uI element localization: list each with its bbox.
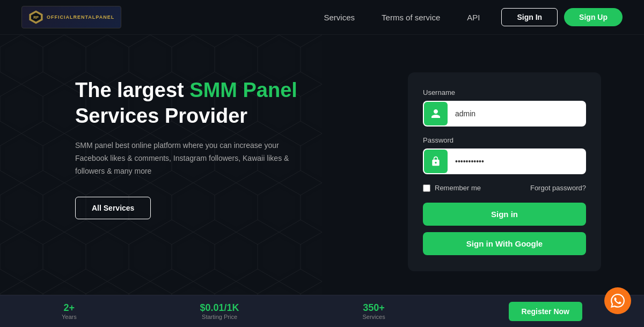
nav-buttons: Sign In Sign Up: [501, 8, 623, 26]
remember-label: Remember me: [435, 184, 481, 192]
nav-link-api[interactable]: API: [467, 13, 480, 22]
whatsapp-button[interactable]: [604, 287, 631, 314]
stat-bar: 2+ Years $0.01/1K Starting Price 350+ Se…: [0, 295, 644, 327]
stat-services-label: Services: [362, 314, 385, 320]
password-input-wrapper: [423, 148, 586, 174]
nav-link-terms[interactable]: Terms of service: [382, 13, 440, 22]
hero-subtitle: SMM panel best online platform where you…: [75, 139, 311, 177]
hero-title-highlight: SMM Panel: [189, 79, 297, 101]
stat-years: 2+ Years: [62, 302, 77, 320]
nav-links: Services Terms of service API: [324, 13, 480, 22]
logo-area: RP OFFICIALRENTALPANEL: [21, 6, 121, 28]
google-signin-button[interactable]: Sign in With Google: [423, 232, 586, 255]
logo-text: OFFICIALRENTALPANEL: [47, 14, 114, 20]
nav-link-services[interactable]: Services: [324, 13, 355, 22]
navbar: RP OFFICIALRENTALPANEL Services Terms of…: [0, 0, 644, 35]
hero-title-part2: Services Provider: [75, 105, 247, 127]
remember-checkbox[interactable]: [423, 184, 430, 192]
stat-years-label: Years: [62, 314, 77, 320]
stat-services-value: 350+: [363, 302, 385, 314]
username-label: Username: [423, 88, 586, 96]
login-button[interactable]: Sign in: [423, 203, 586, 226]
password-input[interactable]: [449, 148, 586, 174]
remember-row: Remember me Forgot password?: [423, 184, 586, 192]
forgot-password-link[interactable]: Forgot password?: [530, 184, 586, 192]
lock-icon: [424, 150, 448, 173]
stat-register-button[interactable]: Register Now: [509, 302, 582, 321]
stat-price-label: Starting Price: [202, 314, 237, 320]
stat-price-value: $0.01/1K: [200, 302, 239, 314]
all-services-button[interactable]: All Services: [75, 197, 151, 219]
username-input-wrapper: [423, 101, 586, 127]
password-label: Password: [423, 136, 586, 144]
signin-button[interactable]: Sign In: [501, 8, 558, 26]
login-card: Username Password Remember me Fo: [408, 72, 601, 271]
main-content: The largest SMM PanelServices Provider S…: [0, 35, 644, 327]
svg-text:RP: RP: [33, 16, 39, 19]
remember-left: Remember me: [423, 184, 481, 192]
hero-title: The largest SMM PanelServices Provider: [75, 78, 408, 129]
username-input[interactable]: [449, 101, 586, 127]
hero-section: The largest SMM PanelServices Provider S…: [75, 67, 408, 219]
hero-title-part1: The largest: [75, 79, 189, 101]
stat-years-value: 2+: [64, 302, 75, 314]
stat-price: $0.01/1K Starting Price: [200, 302, 239, 320]
stat-cta: Register Now: [509, 302, 582, 321]
signup-button[interactable]: Sign Up: [564, 8, 623, 26]
stat-services: 350+ Services: [362, 302, 385, 320]
logo-box[interactable]: RP OFFICIALRENTALPANEL: [21, 6, 121, 28]
user-icon: [424, 102, 448, 125]
